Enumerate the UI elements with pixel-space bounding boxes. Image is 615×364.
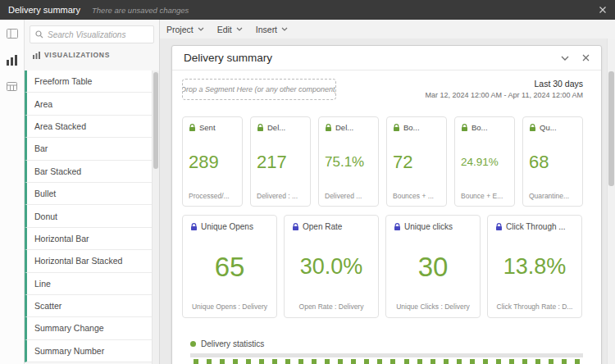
chart-bar[interactable] (325, 359, 330, 364)
visualizations-sidebar: VISUALIZATIONS Freeform Table Area Area … (25, 20, 160, 364)
components-icon (7, 82, 17, 91)
card-value-area: 24.91% (461, 132, 508, 192)
sidebar-scrollbar[interactable] (152, 71, 159, 364)
summary-card[interactable]: Bo... 24.91% Bounce + E... (454, 116, 515, 207)
panel-body: Drop a Segment Here (or any other compon… (172, 71, 601, 364)
chart-bar[interactable] (549, 359, 554, 364)
chart-bar[interactable] (338, 359, 343, 364)
chart-bar[interactable] (364, 359, 369, 364)
chart-bar[interactable] (483, 359, 488, 364)
date-range-value: Mar 12, 2024 12:00 AM - Apr 11, 2024 12:… (426, 91, 583, 99)
card-value: 24.91% (461, 157, 499, 168)
sidebar-scrollbar-thumb[interactable] (153, 72, 158, 169)
visualization-list-item[interactable]: Area (25, 93, 159, 115)
summary-card[interactable]: Sent 289 Processed/... (182, 116, 243, 207)
visualization-list-item[interactable]: Bullet (25, 183, 159, 205)
panel-actions (561, 54, 590, 61)
card-value-area: 72 (393, 132, 440, 192)
app-root: Delivery summary There are unsaved chang… (0, 0, 615, 364)
chart-bar[interactable] (233, 359, 238, 364)
chart-bar[interactable] (285, 359, 290, 364)
chart-bar[interactable] (194, 359, 198, 364)
lock-icon (190, 223, 198, 231)
chevron-down-icon (198, 27, 204, 31)
chart-bar[interactable] (417, 359, 422, 364)
visualization-list-item[interactable]: Bar Stacked (25, 161, 159, 183)
card-subtitle: Unique Opens : Delivery (190, 303, 269, 311)
visualization-list-item[interactable]: Line (25, 273, 159, 295)
chart-bar[interactable] (509, 359, 514, 364)
summary-card[interactable]: Unique Opens 65 Unique Opens : Delivery (182, 215, 277, 318)
chart-bar[interactable] (207, 359, 212, 364)
menu-item[interactable]: Edit (217, 25, 243, 34)
chart-bar[interactable] (259, 359, 264, 364)
visualization-list-item[interactable]: Summary Number (25, 340, 159, 362)
close-icon[interactable] (599, 6, 607, 14)
chart-bar[interactable] (351, 359, 356, 364)
card-label: Bo... (472, 123, 488, 132)
chart-bar[interactable] (377, 359, 382, 364)
rail-panels-button[interactable] (4, 27, 20, 40)
chart-bar[interactable] (272, 359, 277, 364)
visualization-item-label: Bar Stacked (34, 166, 81, 176)
delivery-statistics-bars (190, 359, 583, 364)
visualizations-icon (7, 55, 17, 66)
summary-card[interactable]: Unique clicks 30 Unique Clicks : Deliver… (385, 215, 481, 318)
main-scrollbar[interactable] (607, 39, 615, 364)
visualization-list-item[interactable]: Bar (25, 138, 159, 160)
panel-collapse-button[interactable] (561, 56, 569, 61)
chart-bar[interactable] (470, 359, 475, 364)
visualization-list-item[interactable]: Scatter (25, 295, 159, 317)
menubar: Project Edit Insert (160, 20, 615, 39)
chart-bar[interactable] (246, 359, 251, 364)
summary-card[interactable]: Open Rate 30.0% Open Rate : Delivery (284, 215, 379, 318)
visualizations-section-header: VISUALIZATIONS (25, 43, 159, 64)
chart-bar[interactable] (298, 359, 303, 364)
chart-bar[interactable] (444, 359, 449, 364)
chart-bar[interactable] (404, 359, 409, 364)
visualization-item-label: Line (34, 279, 51, 289)
rail-visualizations-button[interactable] (4, 53, 20, 66)
chart-bar[interactable] (496, 359, 501, 364)
summary-card[interactable]: Bo... 72 Bounces + ... (386, 116, 447, 207)
card-label: Click Through ... (506, 222, 566, 231)
card-value: 217 (257, 153, 287, 171)
card-value: 72 (393, 153, 412, 171)
chart-bar[interactable] (575, 359, 580, 364)
visualization-item-label: Summary Number (34, 346, 104, 356)
rail-components-button[interactable] (4, 80, 20, 93)
visualization-list-item[interactable]: Area Stacked (25, 116, 159, 138)
chart-bar[interactable] (430, 359, 435, 364)
chart-legend-item[interactable]: Delivery statistics (190, 339, 583, 348)
visualization-list-item[interactable]: Donut (25, 205, 159, 227)
bar-chart-icon (33, 52, 40, 59)
chart-bar[interactable] (535, 359, 540, 364)
summary-card[interactable]: Click Through ... 13.8% Click Through Ra… (487, 215, 582, 318)
summary-card[interactable]: Del... 217 Delivered : ... (250, 116, 311, 207)
visualization-item-label: Summary Change (34, 323, 104, 333)
card-subtitle: Open Rate : Delivery (292, 303, 371, 311)
menu-item[interactable]: Insert (256, 25, 288, 34)
menu-item[interactable]: Project (166, 25, 204, 34)
segment-drop-zone[interactable]: Drop a Segment Here (or any other compon… (182, 79, 336, 100)
date-range-picker[interactable]: Last 30 days Mar 12, 2024 12:00 AM - Apr… (426, 79, 583, 99)
chart-bar[interactable] (457, 359, 462, 364)
chart-bar[interactable] (220, 359, 225, 364)
visualization-list-item[interactable]: Freeform Table (25, 71, 159, 93)
chart-bar[interactable] (522, 359, 527, 364)
lock-icon (292, 223, 299, 231)
chart-bar[interactable] (390, 359, 395, 364)
card-header: Sent (189, 123, 236, 132)
summary-card[interactable]: Del... 75.1% Delivered ... (318, 116, 379, 207)
visualization-list-item[interactable]: Summary Change (25, 317, 159, 339)
visualization-list-item[interactable]: Horizontal Bar Stacked (25, 250, 159, 272)
card-subtitle: Unique Clicks : Delivery (394, 303, 472, 311)
visualization-list-item[interactable]: Horizontal Bar (25, 228, 159, 250)
summary-card[interactable]: Qu... 68 Quarantine... (522, 116, 583, 207)
search-visualizations-input[interactable] (48, 30, 148, 39)
chart-bar[interactable] (562, 359, 567, 364)
chart-bar[interactable] (312, 359, 317, 364)
main-scrollbar-thumb[interactable] (608, 71, 614, 186)
card-label: Unique Opens (201, 222, 253, 231)
panel-close-button[interactable] (582, 54, 590, 61)
